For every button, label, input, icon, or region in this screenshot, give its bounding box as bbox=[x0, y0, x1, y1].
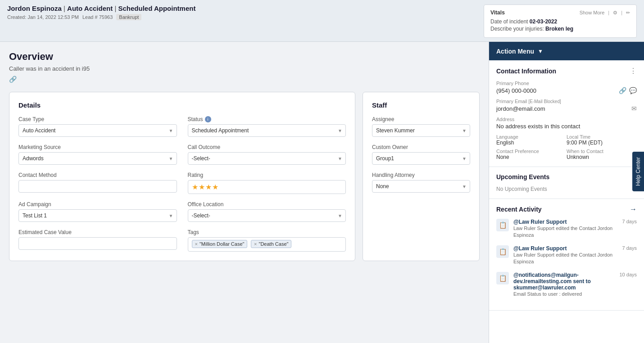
vitals-edit-icon[interactable]: ✏ bbox=[626, 10, 630, 16]
estimated-case-value-field: Estimated Case Value bbox=[18, 229, 177, 252]
primary-phone-value-row: (954) 000-0000 🔗 💬 bbox=[496, 87, 637, 94]
no-events-message: No Upcoming Events bbox=[496, 186, 637, 192]
client-name: Jordon Espinoza bbox=[7, 5, 62, 12]
estimated-case-value-input[interactable] bbox=[18, 237, 177, 250]
handling-attorney-select[interactable]: None bbox=[372, 180, 470, 193]
assignee-label: Assignee bbox=[372, 116, 470, 122]
status-select[interactable]: Scheduled Appointment bbox=[188, 124, 346, 137]
custom-owner-select-wrapper: Group1 ▼ bbox=[372, 152, 470, 165]
tags-field: Tags × "Million Dollar Case" × "Death Ca… bbox=[188, 229, 346, 252]
contact-method-input[interactable] bbox=[18, 180, 177, 193]
vitals-injury-row: Describe your injuries: Broken leg bbox=[490, 26, 630, 32]
vitals-date-label: Date of incident bbox=[490, 18, 528, 25]
activity-item-3: 📋 @notifications@mailgun-dev.lremailtest… bbox=[496, 272, 637, 298]
bankrupt-badge: Bankrupt bbox=[116, 14, 141, 20]
when-to-contact-value: Unknown bbox=[567, 154, 637, 160]
action-menu-bar[interactable]: Action Menu ▼ bbox=[489, 42, 644, 60]
phone-link-icon[interactable]: 🔗 bbox=[619, 87, 626, 94]
ad-campaign-select-wrapper: Test List 1 ▼ bbox=[18, 209, 177, 222]
help-center-tab[interactable]: Help Center bbox=[632, 152, 644, 191]
vitals-injury-value: Broken leg bbox=[545, 26, 573, 32]
activity-author-2: @Law Ruler Support bbox=[513, 245, 618, 252]
language-value: English bbox=[496, 140, 567, 146]
address-value: No address exists in this contact bbox=[496, 123, 580, 130]
address-field: Address No address exists in this contac… bbox=[496, 117, 637, 130]
language-label-cell: Language English bbox=[496, 134, 567, 146]
upcoming-events-title: Upcoming Events bbox=[496, 173, 549, 181]
email-blocked-label: [E-Mail Blocked] bbox=[529, 99, 561, 104]
vitals-settings-icon[interactable]: ⚙ bbox=[613, 10, 617, 16]
status-info-icon[interactable]: i bbox=[205, 116, 211, 122]
activity-item-2: 📋 @Law Ruler Support Law Ruler Support e… bbox=[496, 245, 637, 266]
case-type-title: Auto Accident bbox=[67, 5, 113, 12]
marketing-source-field: Marketing Source Adwords ▼ bbox=[18, 144, 177, 165]
left-content: Overview Caller was in an accident in i9… bbox=[0, 42, 489, 343]
tag-close-icon[interactable]: × bbox=[254, 241, 257, 247]
activity-icon-1: 📋 bbox=[496, 219, 509, 231]
tag-close-icon[interactable]: × bbox=[195, 241, 198, 247]
contact-pref-cell: Contact Preference None bbox=[496, 149, 567, 160]
ad-campaign-label: Ad Campaign bbox=[18, 201, 177, 208]
contact-info-menu-icon[interactable]: ⋮ bbox=[630, 67, 637, 75]
staff-form: Assignee Steven Kummer ▼ Custom Owner bbox=[372, 116, 470, 193]
activity-author-3: @notifications@mailgun-dev.lremailtestin… bbox=[513, 272, 615, 291]
handling-attorney-field: Handling Attorney None ▼ bbox=[372, 172, 470, 193]
right-sidebar: Action Menu ▼ Contact Information ⋮ Prim… bbox=[489, 42, 644, 343]
office-location-select[interactable]: -Select- bbox=[188, 209, 346, 222]
vitals-injury-label: Describe your injuries: bbox=[490, 26, 544, 32]
local-time-label: Local Time bbox=[567, 134, 637, 140]
status-select-wrapper: Scheduled Appointment ▼ bbox=[188, 124, 346, 137]
recent-activity-arrow-icon[interactable]: → bbox=[630, 205, 637, 213]
panels-row: Details Case Type Auto Accident ▼ bbox=[9, 92, 480, 261]
recent-activity-section: Recent Activity → 📋 @Law Ruler Support L… bbox=[489, 199, 644, 311]
primary-email-label-row: Primary Email [E-Mail Blocked] bbox=[496, 99, 637, 104]
rating-field: Rating ★★★★ ▼ bbox=[188, 172, 346, 194]
when-to-contact-label: When to Contact bbox=[567, 149, 637, 154]
vitals-date-row: Date of incident 02-03-2022 bbox=[490, 18, 630, 25]
lead-number: Lead # 75963 bbox=[82, 14, 113, 20]
rating-label: Rating bbox=[188, 172, 346, 178]
address-label: Address bbox=[496, 117, 637, 122]
assignee-select[interactable]: Steven Kummer bbox=[372, 124, 470, 137]
primary-email-field: Primary Email [E-Mail Blocked] jordon@em… bbox=[496, 99, 637, 112]
marketing-source-select[interactable]: Adwords bbox=[18, 152, 177, 165]
custom-owner-label: Custom Owner bbox=[372, 144, 470, 150]
email-send-icon[interactable]: ✉ bbox=[631, 105, 637, 112]
local-time-value: 9:00 PM (EDT) bbox=[567, 140, 637, 146]
phone-chat-icon[interactable]: 💬 bbox=[629, 87, 637, 94]
details-panel-title: Details bbox=[18, 101, 346, 109]
assignee-select-wrapper: Steven Kummer ▼ bbox=[372, 124, 470, 137]
activity-content-3: @notifications@mailgun-dev.lremailtestin… bbox=[513, 272, 615, 298]
ad-campaign-select[interactable]: Test List 1 bbox=[18, 209, 177, 222]
call-outcome-label: Call Outcome bbox=[188, 144, 346, 150]
activity-author-1: @Law Ruler Support bbox=[513, 219, 618, 225]
primary-email-label: Primary Email bbox=[496, 99, 527, 104]
show-more-link[interactable]: Show More bbox=[580, 10, 605, 15]
overview-edit-icon[interactable]: 🔗 bbox=[9, 76, 17, 83]
custom-owner-select[interactable]: Group1 bbox=[372, 152, 470, 165]
language-label: Language bbox=[496, 134, 567, 140]
activity-content-1: @Law Ruler Support Law Ruler Support edi… bbox=[513, 219, 618, 239]
address-value-row: No address exists in this contact bbox=[496, 123, 637, 130]
upcoming-events-section: Upcoming Events No Upcoming Events bbox=[489, 167, 644, 199]
details-form: Case Type Auto Accident ▼ Status i bbox=[18, 116, 346, 252]
vitals-actions: Show More | ⚙ | ✏ bbox=[580, 10, 630, 16]
primary-email-value: jordon@email.com bbox=[496, 105, 545, 112]
primary-email-value-row: jordon@email.com ✉ bbox=[496, 105, 637, 112]
case-type-select[interactable]: Auto Accident bbox=[18, 124, 177, 137]
rating-stars[interactable]: ★★★★ bbox=[192, 183, 219, 191]
recent-activity-title: Recent Activity bbox=[496, 206, 542, 213]
office-location-select-wrapper: -Select- ▼ bbox=[188, 209, 346, 222]
activity-content-2: @Law Ruler Support Law Ruler Support edi… bbox=[513, 245, 618, 266]
activity-desc-2: Law Ruler Support edited the Contact Jor… bbox=[513, 252, 618, 266]
contact-pref-value: None bbox=[496, 154, 567, 160]
header-bar: Jordon Espinoza | Auto Accident | Schedu… bbox=[0, 0, 644, 42]
tag-text: "Million Dollar Case" bbox=[200, 241, 245, 247]
vitals-date-value: 02-03-2022 bbox=[530, 18, 557, 25]
contact-info-section: Contact Information ⋮ Primary Phone (954… bbox=[489, 60, 644, 167]
call-outcome-select[interactable]: -Select- bbox=[188, 152, 346, 165]
vitals-header: Vitals Show More | ⚙ | ✏ bbox=[490, 9, 630, 16]
tags-container[interactable]: × "Million Dollar Case" × "Death Case" bbox=[188, 237, 346, 252]
rating-row: ★★★★ ▼ bbox=[188, 180, 346, 194]
meta-row: Created: Jan 14, 2022 12:53 PM Lead # 75… bbox=[7, 14, 195, 20]
